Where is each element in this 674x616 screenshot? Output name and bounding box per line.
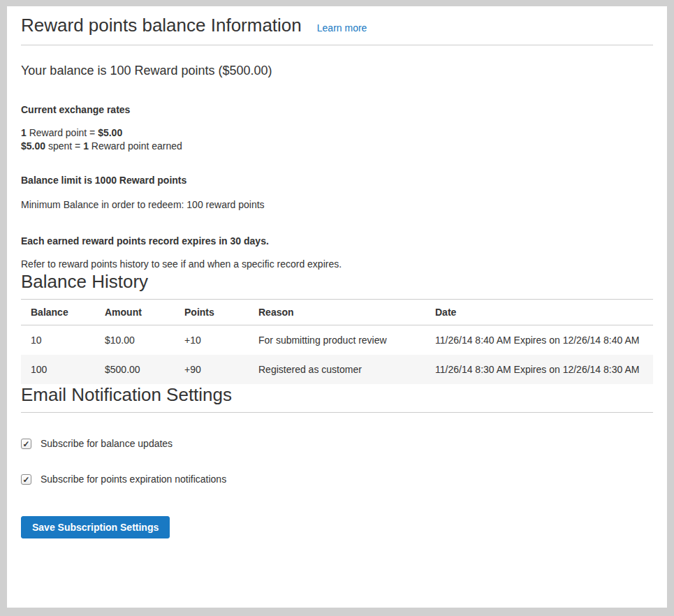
balance-updates-checkbox[interactable]: ✓: [21, 439, 31, 449]
balance-limit-heading: Balance limit is 1000 Reward points: [21, 174, 653, 187]
column-header-points: Points: [175, 300, 249, 325]
column-header-balance: Balance: [21, 300, 95, 325]
rate-points-value: 1: [21, 127, 27, 138]
minimum-balance-note: Minimum Balance in order to redeem: 100 …: [21, 198, 653, 212]
email-settings-title: Email Notification Settings: [21, 384, 653, 413]
balance-summary: Your balance is 100 Reward points ($500.…: [21, 62, 653, 80]
option-label: Subscribe for balance updates: [41, 437, 173, 450]
checkmark-icon: ✓: [22, 475, 29, 483]
cell-points: +10: [175, 325, 249, 355]
expiration-notifications-checkbox[interactable]: ✓: [21, 474, 31, 485]
cell-balance: 10: [21, 325, 95, 355]
checkmark-icon: ✓: [22, 439, 29, 448]
cell-reason: For submitting product review: [249, 325, 425, 355]
cell-amount: $10.00: [95, 325, 175, 355]
page-title: Reward points balance Information: [21, 15, 302, 36]
expiration-heading: Each earned reward points record expires…: [21, 235, 653, 248]
exchange-rate-line-earning: 1 Reward point = $5.00: [21, 126, 653, 140]
spend-points-value: 1: [83, 140, 89, 152]
table-row: 10 $10.00 +10 For submitting product rev…: [21, 325, 653, 355]
cell-date: 11/26/14 8:40 AM Expires on 12/26/14 8:4…: [425, 325, 653, 355]
cell-balance: 100: [21, 355, 95, 384]
table-row: 100 $500.00 +90 Registered as customer 1…: [21, 355, 653, 384]
page-header: Reward points balance Information Learn …: [21, 15, 653, 45]
option-label: Subscribe for points expiration notifica…: [41, 473, 226, 486]
subscription-option-balance-updates[interactable]: ✓ Subscribe for balance updates: [21, 437, 653, 450]
cell-points: +90: [175, 355, 249, 384]
spend-currency-value: $5.00: [21, 140, 45, 152]
cell-date: 11/26/14 8:30 AM Expires on 12/26/14 8:3…: [425, 355, 653, 384]
table-header-row: Balance Amount Points Reason Date: [21, 300, 653, 325]
cell-amount: $500.00: [95, 355, 175, 384]
learn-more-link[interactable]: Learn more: [317, 22, 367, 34]
column-header-date: Date: [425, 300, 653, 325]
column-header-reason: Reason: [249, 300, 425, 325]
balance-history-table: Balance Amount Points Reason Date 10 $10…: [21, 300, 653, 384]
exchange-rates-heading: Current exchange rates: [21, 103, 653, 117]
save-subscription-settings-button[interactable]: Save Subscription Settings: [21, 516, 170, 538]
expiration-note: Refer to reward points history to see if…: [21, 258, 653, 271]
reward-points-panel: Reward points balance Information Learn …: [7, 6, 667, 608]
subscription-option-expiration-notifications[interactable]: ✓ Subscribe for points expiration notifi…: [21, 473, 653, 486]
exchange-rates-lines: 1 Reward point = $5.00 $5.00 spent = 1 R…: [21, 126, 653, 153]
cell-reason: Registered as customer: [249, 355, 425, 384]
column-header-amount: Amount: [95, 300, 175, 325]
balance-history-title: Balance History: [21, 271, 653, 300]
exchange-rate-line-spending: $5.00 spent = 1 Reward point earned: [21, 140, 653, 153]
rate-currency-value: $5.00: [98, 127, 122, 138]
